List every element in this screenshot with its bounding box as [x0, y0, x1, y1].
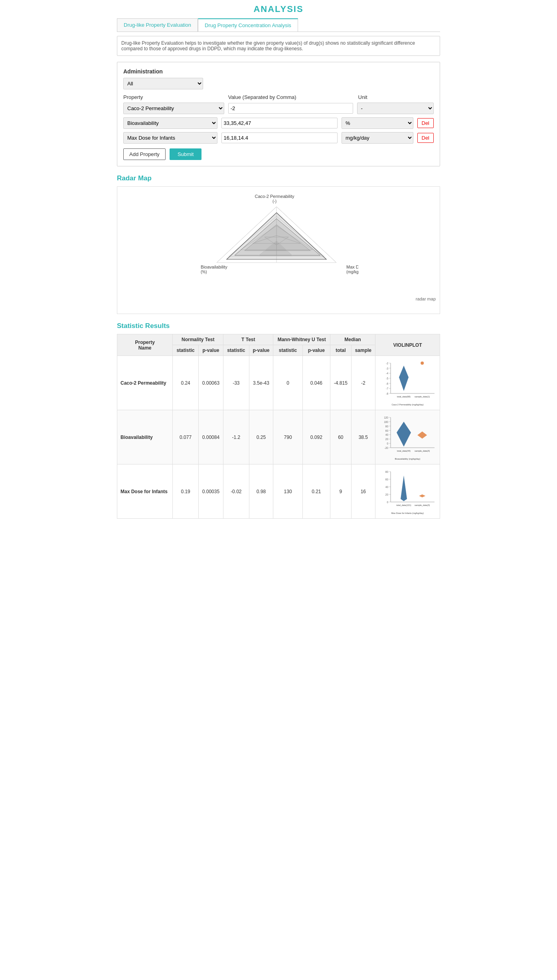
del-button-1[interactable]: Del	[417, 118, 434, 128]
violin-cell-1: -20020406080100120 total_data(44) sample…	[375, 410, 440, 464]
svg-text:Bioavailability: Bioavailability	[201, 265, 227, 269]
median-sample-header: sample	[351, 345, 375, 356]
svg-text:Caco-2 Permeability (mg/kg/day: Caco-2 Permeability (mg/kg/day)	[391, 403, 423, 406]
svg-text:20: 20	[385, 438, 389, 441]
mw-test-header: Mann-Whitney U Test	[273, 334, 330, 345]
prop-name-cell-1: Bioavailability	[117, 410, 173, 464]
svg-text:60: 60	[385, 478, 389, 481]
svg-marker-34	[399, 366, 409, 391]
t-stat-header: statistic	[223, 345, 249, 356]
radar-chart-label: radar map	[416, 296, 436, 301]
tab-drug-like[interactable]: Drug-like Property Evaluation	[117, 18, 198, 32]
description-text: Drug-like Property Evaluation helps to i…	[117, 36, 440, 56]
normality-p-1: 0.00084	[198, 410, 223, 464]
unit-select-1[interactable]: % mg/kg/day mg/mL -	[342, 117, 413, 129]
median-total-header: total	[330, 345, 352, 356]
svg-point-35	[421, 362, 424, 365]
value-input-2[interactable]	[221, 132, 338, 143]
normality-p-0: 0.00063	[198, 356, 223, 410]
svg-text:-4: -4	[386, 372, 388, 375]
normality-stat-header: statistic	[173, 345, 198, 356]
median-total-2: 9	[330, 464, 352, 519]
svg-text:Bioavailability (mg/kg/day): Bioavailability (mg/kg/day)	[395, 458, 421, 460]
svg-text:40: 40	[385, 486, 389, 488]
property-select-2[interactable]: Caco-2 Permeability Bioavailability Max …	[123, 132, 217, 144]
radar-chart: Caco-2 Permeability (-) Max Dose for Inf…	[199, 191, 358, 294]
t-stat-0: -33	[223, 356, 249, 410]
radar-container: Caco-2 Permeability (-) Max Dose for Inf…	[117, 186, 440, 314]
submit-button[interactable]: Submit	[170, 148, 201, 160]
svg-text:Max Dose for Infants: Max Dose for Infants	[346, 265, 358, 269]
svg-text:40: 40	[385, 433, 389, 436]
stats-table: PropertyName Normality Test T Test Mann-…	[117, 334, 440, 519]
svg-text:-5: -5	[386, 377, 388, 380]
mw-stat-0: 0	[273, 356, 302, 410]
normality-stat-0: 0.24	[173, 356, 198, 410]
table-header-row-1: PropertyName Normality Test T Test Mann-…	[117, 334, 440, 345]
mw-stat-1: 790	[273, 410, 302, 464]
t-stat-2: -0.02	[223, 464, 249, 519]
value-input-0[interactable]	[228, 103, 353, 114]
median-header: Median	[330, 334, 375, 345]
stats-section-title: Statistic Results	[117, 322, 440, 330]
add-property-button[interactable]: Add Property	[123, 148, 166, 160]
prop-name-cell-2: Max Dose for Infants	[117, 464, 173, 519]
svg-text:total_data(68): total_data(68)	[397, 395, 411, 398]
property-select-0[interactable]: Caco-2 Permeability Bioavailability Max …	[123, 103, 224, 114]
property-name-header: PropertyName	[117, 334, 173, 356]
normality-p-2: 0.00035	[198, 464, 223, 519]
property-select-1[interactable]: Caco-2 Permeability Bioavailability Max …	[123, 117, 217, 129]
svg-text:-7: -7	[386, 387, 388, 390]
t-test-header: T Test	[223, 334, 273, 345]
t-stat-1: -1.2	[223, 410, 249, 464]
table-row-2: Max Dose for Infants 0.19 0.00035 -0.02 …	[117, 464, 440, 519]
svg-text:(mg/kg/day): (mg/kg/day)	[346, 270, 358, 274]
t-p-2: 0.98	[249, 464, 273, 519]
unit-header: Unit	[358, 94, 434, 100]
prop-name-cell-0: Caco-2 Permeability	[117, 356, 173, 410]
t-p-0: 3.5e-43	[249, 356, 273, 410]
unit-select-2[interactable]: mg/kg/day % mg/mL -	[342, 132, 413, 144]
mw-stat-2: 130	[273, 464, 302, 519]
normality-test-header: Normality Test	[173, 334, 223, 345]
normality-p-header: p-value	[198, 345, 223, 356]
svg-marker-58	[417, 431, 427, 439]
svg-marker-57	[397, 422, 411, 447]
t-p-1: 0.25	[249, 410, 273, 464]
median-total-0: -4.815	[330, 356, 352, 410]
svg-text:60: 60	[385, 429, 389, 432]
t-p-header: p-value	[249, 345, 273, 356]
page-title: ANALYSIS	[117, 4, 440, 14]
unit-select-0[interactable]: - % mg/kg/day	[357, 103, 434, 114]
svg-text:sample_data(4): sample_data(4)	[415, 450, 430, 452]
svg-text:(%): (%)	[201, 270, 207, 274]
table-row-0: Caco-2 Permeability 0.24 0.00063 -33 3.5…	[117, 356, 440, 410]
svg-text:Max Dose for Infants (mg/kg/da: Max Dose for Infants (mg/kg/day)	[391, 512, 424, 514]
violin-cell-2: 020406080 total_data(121) sample_data(3)…	[375, 464, 440, 519]
svg-text:0: 0	[387, 501, 388, 504]
svg-text:Caco-2 Permeability: Caco-2 Permeability	[255, 194, 294, 199]
radar-section-title: Radar Map	[117, 174, 440, 182]
svg-text:sample_data(1): sample_data(1)	[415, 395, 430, 398]
form-actions: Add Property Submit	[123, 148, 434, 160]
violin-cell-0: -8-7-6-5-4-3-2 total_data(68) sample_dat…	[375, 356, 440, 410]
del-button-2[interactable]: Del	[417, 133, 434, 143]
svg-text:20: 20	[385, 493, 389, 496]
svg-marker-75	[419, 494, 425, 498]
mw-stat-header: statistic	[273, 345, 302, 356]
normality-stat-1: 0.077	[173, 410, 198, 464]
tabs-bar: Drug-like Property Evaluation Drug Prope…	[117, 18, 440, 32]
median-sample-0: -2	[351, 356, 375, 410]
median-sample-1: 38.5	[351, 410, 375, 464]
property-row-0: Caco-2 Permeability Bioavailability Max …	[123, 103, 434, 114]
svg-text:-3: -3	[386, 367, 388, 370]
tab-concentration[interactable]: Drug Property Concentration Analysis	[198, 18, 298, 32]
prop-header: Property	[123, 94, 224, 100]
svg-text:-6: -6	[386, 382, 388, 385]
svg-text:total_data(121): total_data(121)	[397, 504, 411, 506]
median-total-1: 60	[330, 410, 352, 464]
value-input-1[interactable]	[221, 118, 338, 128]
form-box: Administration All Oral IV IM Property V…	[117, 62, 440, 166]
admin-select[interactable]: All Oral IV IM	[123, 78, 203, 89]
table-row-1: Bioavailability 0.077 0.00084 -1.2 0.25 …	[117, 410, 440, 464]
